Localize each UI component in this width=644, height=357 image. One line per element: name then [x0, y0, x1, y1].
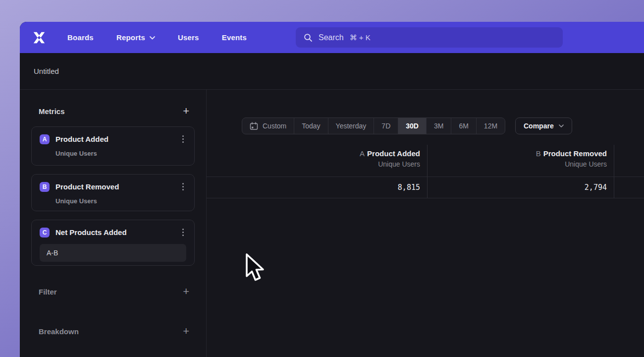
metric-title: Product Removed: [55, 182, 119, 191]
top-nav: Boards Reports Users Events Search ⌘ + K: [20, 22, 644, 53]
value-product-removed: 2,794: [428, 177, 614, 198]
metric-letter-badge: B: [40, 182, 50, 192]
nav-item-label: Users: [178, 33, 199, 42]
report-title-bar: Untitled: [20, 53, 644, 90]
add-filter-button[interactable]: +: [183, 287, 189, 297]
metric-card-b[interactable]: B Product Removed Unique Users: [31, 174, 195, 211]
column-header-product-removed[interactable]: BProduct Removed Unique Users: [428, 145, 614, 177]
date-range-label: 3M: [434, 122, 443, 130]
column-header-product-added[interactable]: AProduct Added Unique Users: [207, 145, 428, 177]
metric-letter-badge: A: [40, 134, 50, 144]
sidebar: Metrics + A Product Added Unique Users B…: [20, 90, 207, 357]
column-subtitle: Unique Users: [428, 160, 607, 168]
metric-title: Net Products Added: [55, 228, 127, 237]
date-range-label: 30D: [406, 122, 419, 130]
date-range-yesterday[interactable]: Yesterday: [328, 118, 375, 134]
date-range-label: 6M: [459, 122, 468, 130]
date-range-today[interactable]: Today: [294, 118, 328, 134]
main-panel: Custom Today Yesterday 7D 30D 3M: [207, 90, 644, 357]
column-header-empty: [614, 145, 644, 177]
nav-item-label: Boards: [67, 33, 94, 42]
date-range-6m[interactable]: 6M: [451, 118, 476, 134]
date-range-custom[interactable]: Custom: [242, 118, 294, 134]
date-range-label: 12M: [484, 122, 497, 130]
value-product-added: 8,815: [207, 177, 428, 198]
add-breakdown-button[interactable]: +: [183, 326, 189, 336]
app-window: Boards Reports Users Events Search ⌘ + K: [20, 22, 644, 357]
nav-item-label: Reports: [116, 33, 145, 42]
column-title: Product Removed: [543, 149, 607, 158]
date-range-label: Custom: [263, 122, 286, 130]
metric-subtitle: Unique Users: [55, 150, 186, 157]
date-range-7d[interactable]: 7D: [374, 118, 398, 134]
search-input[interactable]: Search ⌘ + K: [296, 27, 563, 48]
nav-item-reports[interactable]: Reports: [116, 33, 155, 42]
nav-item-users[interactable]: Users: [178, 33, 199, 42]
metrics-section-header: Metrics +: [20, 105, 206, 118]
column-title: Product Added: [367, 149, 420, 158]
calendar-icon: [250, 122, 258, 130]
nav-item-events[interactable]: Events: [222, 33, 247, 42]
date-range-selector: Custom Today Yesterday 7D 30D 3M: [242, 118, 505, 134]
kebab-menu-icon[interactable]: [180, 134, 186, 144]
mixpanel-logo-icon[interactable]: [32, 31, 47, 45]
column-prefix: A: [360, 149, 365, 158]
filter-section-header: Filter +: [20, 285, 206, 298]
breakdown-section-header: Breakdown +: [20, 325, 206, 338]
breakdown-label: Breakdown: [39, 327, 79, 336]
metric-card-a[interactable]: A Product Added Unique Users: [31, 126, 195, 166]
search-icon: [304, 33, 313, 42]
compare-button[interactable]: Compare: [515, 118, 572, 134]
value-empty: [614, 177, 644, 198]
formula-input[interactable]: A-B: [40, 244, 186, 262]
nav-items: Boards Reports Users Events: [67, 33, 247, 42]
chevron-down-icon: [559, 124, 564, 128]
date-range-12m[interactable]: 12M: [477, 118, 505, 134]
date-range-label: 7D: [381, 122, 390, 130]
report-title[interactable]: Untitled: [34, 67, 59, 75]
nav-item-boards[interactable]: Boards: [67, 33, 94, 42]
metric-title: Product Added: [55, 135, 108, 143]
column-subtitle: Unique Users: [207, 160, 420, 168]
metric-card-c[interactable]: C Net Products Added A-B: [31, 220, 195, 266]
search-shortcut: ⌘ + K: [350, 33, 371, 42]
metric-letter-badge: C: [40, 228, 50, 238]
metrics-label: Metrics: [39, 107, 65, 116]
search-placeholder: Search: [319, 33, 344, 42]
date-range-30d-selected[interactable]: 30D: [398, 118, 427, 134]
date-range-3m[interactable]: 3M: [427, 118, 451, 134]
metric-subtitle: Unique Users: [55, 197, 186, 205]
kebab-menu-icon[interactable]: [180, 181, 186, 192]
add-metric-button[interactable]: +: [183, 106, 189, 116]
date-range-label: Yesterday: [336, 122, 367, 130]
column-prefix: B: [536, 149, 541, 158]
compare-label: Compare: [524, 122, 554, 130]
results-table: AProduct Added Unique Users BProduct Rem…: [207, 145, 644, 198]
chevron-down-icon: [150, 36, 155, 40]
kebab-menu-icon[interactable]: [180, 227, 186, 238]
date-range-label: Today: [302, 122, 320, 130]
metric-cards: A Product Added Unique Users B Product R…: [20, 118, 206, 266]
filter-label: Filter: [39, 288, 57, 296]
nav-item-label: Events: [222, 33, 247, 42]
